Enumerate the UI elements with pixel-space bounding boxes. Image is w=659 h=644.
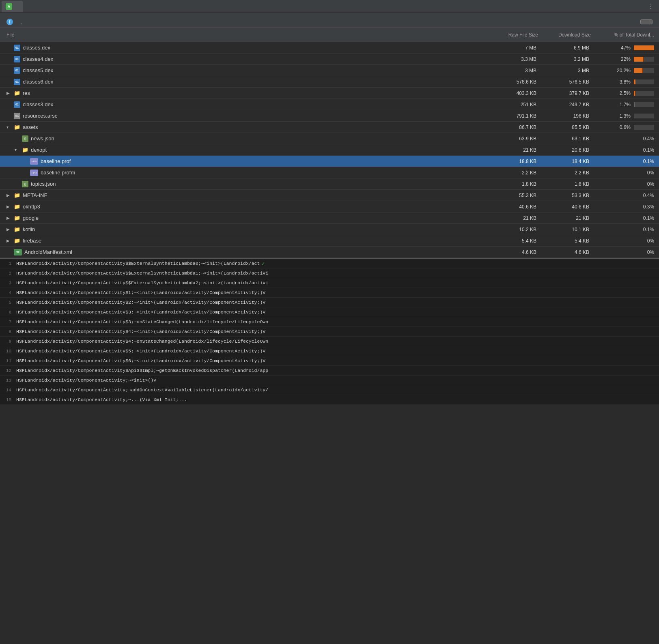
file-name-text: resources.arsc [23, 113, 57, 119]
dex-icon: 01 [14, 56, 20, 62]
download-size-cell: 3 MB [541, 68, 594, 73]
download-size-cell: 576.5 KB [541, 79, 594, 85]
bar-container [634, 79, 654, 84]
xml-icon: ME [14, 249, 22, 255]
table-row[interactable]: ▶📁kotlin10.2 KB10.1 KB0.1% [0, 224, 659, 235]
table-row[interactable]: 01classes3.dex251 KB249.7 KB1.7% [0, 99, 659, 110]
expand-chevron[interactable]: ▾ [6, 125, 11, 129]
file-name-text: classes.dex [23, 45, 50, 51]
arsc-icon: RC [14, 113, 20, 119]
line-number: 3 [0, 281, 16, 286]
bar-container [634, 125, 654, 130]
download-size-cell: 18.4 KB [541, 159, 594, 164]
pct-text: 20.2% [614, 68, 631, 73]
file-name-text: res [23, 90, 30, 96]
pct-text: 0% [637, 181, 654, 187]
table-row[interactable]: ▶📁google21 KB21 KB0.1% [0, 213, 659, 224]
raw-size-cell: 403.3 KB [485, 90, 541, 96]
table-row[interactable]: ▶📁firebase5.4 KB5.4 KB0% [0, 235, 659, 247]
line-number: 12 [0, 368, 16, 373]
expand-chevron[interactable]: ▶ [6, 193, 11, 197]
pct-bar-cell: 22% [594, 56, 659, 62]
line-content: HSPLandroidx/activity/ComponentActivity$… [16, 261, 260, 266]
code-line: 11HSPLandroidx/activity/ComponentActivit… [0, 356, 659, 366]
expand-chevron[interactable]: ▶ [6, 204, 11, 209]
dex-icon: 01 [14, 45, 20, 51]
line-number: 5 [0, 300, 16, 305]
raw-size-cell: 63.9 KB [485, 136, 541, 142]
apk-size-info: i , [6, 19, 27, 25]
download-size-cell: 6.9 MB [541, 45, 594, 51]
code-line: 14HSPLandroidx/activity/ComponentActivit… [0, 385, 659, 395]
download-size-cell: 40.6 KB [541, 204, 594, 210]
line-content: HSPLandroidx/activity/ComponentActivity;… [16, 378, 156, 383]
col-file: File [0, 30, 485, 39]
line-content: HSPLandroidx/activity/ComponentActivity$… [16, 319, 268, 324]
line-number: 2 [0, 271, 16, 276]
apk-tab[interactable]: A [2, 1, 23, 12]
line-content: HSPLandroidx/activity/ComponentActivity$… [16, 358, 265, 363]
compare-button[interactable] [640, 19, 653, 24]
expand-chevron[interactable]: ▶ [6, 216, 11, 220]
line-content: HSPLandroidx/activity/ComponentActivity$… [16, 329, 265, 334]
pct-bar-cell: 1.3% [594, 113, 659, 119]
file-name-text: assets [23, 124, 38, 130]
table-row[interactable]: {}news.json63.9 KB63.1 KB0.4% [0, 133, 659, 144]
raw-size-cell: 40.6 KB [485, 204, 541, 210]
line-number: 14 [0, 388, 16, 393]
table-row[interactable]: ▶📁okhttp340.6 KB40.6 KB0.3% [0, 201, 659, 213]
table-row[interactable]: ▶📁res403.3 KB379.7 KB2.5% [0, 88, 659, 99]
download-size-cell: 1.8 KB [541, 181, 594, 187]
table-row[interactable]: HPRbaseline.prof18.8 KB18.4 KB0.1% [0, 156, 659, 167]
table-row[interactable]: {}topics.json1.8 KB1.8 KB0% [0, 178, 659, 190]
pct-bar-cell: 20.2% [594, 68, 659, 73]
file-name-text: classes6.dex [23, 79, 53, 85]
raw-size-cell: 3 MB [485, 68, 541, 73]
bar-fill [634, 79, 635, 84]
bar-container [634, 68, 654, 73]
tab-menu-icon[interactable]: ⋮ [644, 2, 657, 10]
raw-size-cell: 10.2 KB [485, 227, 541, 232]
bar-container [634, 57, 654, 62]
expand-chevron[interactable]: ▾ [15, 148, 19, 152]
download-size-cell: 196 KB [541, 113, 594, 119]
pct-bar-cell: 0.4% [594, 193, 659, 198]
code-panel: 1HSPLandroidx/activity/ComponentActivity… [0, 258, 659, 405]
pct-bar-cell: 0% [594, 181, 659, 187]
table-row[interactable]: RCresources.arsc791.1 KB196 KB1.3% [0, 110, 659, 122]
raw-size-cell: 55.3 KB [485, 193, 541, 198]
table-row[interactable]: ▾📁dexopt21 KB20.6 KB0.1% [0, 144, 659, 156]
pct-bar-cell: 1.7% [594, 102, 659, 107]
pct-text: 0.1% [637, 147, 654, 153]
pct-text: 2.5% [614, 90, 631, 96]
file-name-text: AndroidManifest.xml [24, 249, 72, 255]
pct-text: 0.6% [614, 125, 631, 130]
download-size-cell: 3.2 MB [541, 56, 594, 62]
table-row[interactable]: 01classes.dex7 MB6.9 MB47% [0, 42, 659, 54]
line-content: HSPLandroidx/activity/ComponentActivity$… [16, 309, 265, 315]
table-row[interactable]: ▶📁META-INF55.3 KB53.3 KB0.4% [0, 190, 659, 201]
table-row[interactable]: HPRbaseline.profm2.2 KB2.2 KB0% [0, 167, 659, 178]
file-name-text: baseline.prof [41, 158, 71, 164]
line-number: 4 [0, 290, 16, 295]
json-icon: {} [22, 181, 28, 187]
table-row[interactable]: MEAndroidManifest.xml4.6 KB4.6 KB0% [0, 247, 659, 258]
table-row[interactable]: 01classes6.dex578.6 KB576.5 KB3.8% [0, 76, 659, 88]
table-row[interactable]: 01classes4.dex3.3 MB3.2 MB22% [0, 54, 659, 65]
bar-fill [634, 114, 634, 118]
pct-text: 0% [637, 238, 654, 244]
file-name-text: classes3.dex [23, 101, 53, 107]
expand-chevron[interactable]: ▶ [6, 238, 11, 243]
line-number: 7 [0, 320, 16, 324]
expand-chevron[interactable]: ▶ [6, 227, 11, 232]
code-line: 6HSPLandroidx/activity/ComponentActivity… [0, 307, 659, 317]
table-row[interactable]: 01classes5.dex3 MB3 MB20.2% [0, 65, 659, 76]
pct-bar-cell: 0.4% [594, 136, 659, 142]
file-name-text: baseline.profm [41, 170, 75, 176]
file-name-text: classes4.dex [23, 56, 53, 62]
pct-bar-cell: 0.1% [594, 215, 659, 221]
folder-icon: 📁 [14, 204, 20, 210]
pct-text: 47% [614, 45, 631, 51]
table-row[interactable]: ▾📁assets86.7 KB85.5 KB0.6% [0, 122, 659, 133]
expand-chevron[interactable]: ▶ [6, 91, 11, 95]
